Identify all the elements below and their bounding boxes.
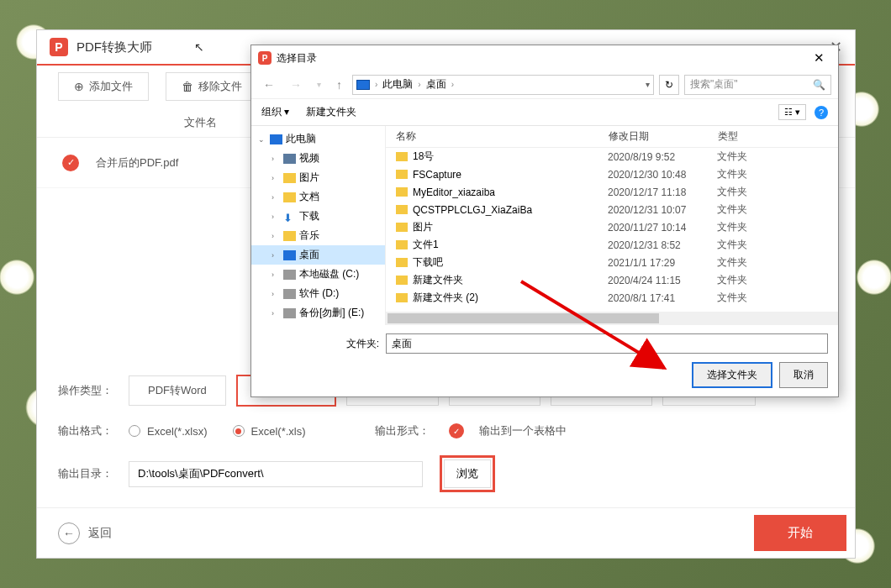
tree-expand-icon[interactable]: › [272, 155, 280, 163]
tree-item[interactable]: ›⬇下载 [251, 207, 385, 226]
tree-expand-icon[interactable]: › [272, 193, 280, 202]
file-list: 名称 修改日期 类型 18号2020/8/19 9:52文件夹FSCapture… [386, 126, 838, 325]
radio-xlsx[interactable]: Excel(*.xlsx) [129, 425, 208, 438]
cursor-icon: ↖ [194, 40, 204, 54]
help-icon[interactable]: ? [815, 106, 828, 119]
file-type: 文件夹 [717, 255, 747, 270]
radio-icon [233, 425, 245, 437]
search-input[interactable]: 搜索"桌面" 🔍 [684, 75, 831, 95]
tree-item[interactable]: ›文档 [251, 187, 385, 207]
tree-expand-icon[interactable]: › [272, 309, 280, 318]
folder-icon [396, 152, 408, 161]
tree-expand-icon[interactable]: ⌄ [258, 135, 266, 144]
dialog-close-icon[interactable]: ✕ [807, 49, 831, 67]
tree-label: 备份[勿删] (E:) [299, 306, 364, 320]
footer: ← 返回 开始 [37, 507, 855, 558]
chevron-right-icon: › [416, 80, 422, 89]
folder-icon [396, 187, 408, 197]
dialog-title: 选择目录 [277, 51, 317, 66]
col-type[interactable]: 类型 [718, 129, 838, 144]
folder-field-input[interactable] [386, 333, 828, 354]
list-row[interactable]: 图片2020/11/27 10:14文件夹 [386, 218, 838, 236]
dialog-bottom: 文件夹: 选择文件夹 取消 [251, 325, 838, 396]
tree-item[interactable]: ›音乐 [251, 226, 385, 245]
file-name: 新建文件夹 [413, 273, 608, 287]
file-name: 新建文件夹 (2) [413, 291, 608, 305]
nav-forward-icon[interactable]: → [285, 75, 307, 95]
list-row[interactable]: 新建文件夹2020/4/24 11:15文件夹 [386, 271, 838, 289]
add-file-button[interactable]: ⊕添加文件 [58, 72, 149, 101]
tree-expand-icon[interactable]: › [272, 174, 280, 182]
remove-file-button[interactable]: 🗑移除文件 [166, 72, 258, 101]
tree-item[interactable]: ›本地磁盘 (C:) [251, 265, 385, 284]
file-date: 2020/12/31 10:07 [608, 204, 717, 216]
breadcrumb-part[interactable]: 此电脑 [382, 77, 413, 92]
file-name: 文件1 [413, 238, 608, 252]
nav-back-icon[interactable]: ← [258, 75, 280, 95]
list-row[interactable]: FSCapture2020/12/30 10:48文件夹 [386, 165, 838, 183]
dialog-titlebar: P 选择目录 ✕ [251, 45, 838, 71]
select-folder-button[interactable]: 选择文件夹 [692, 362, 772, 388]
tree-item[interactable]: ›视频 [251, 149, 385, 168]
folder-dialog: P 选择目录 ✕ ← → ▾ ↑ › 此电脑 › 桌面 › ▾ ↻ 搜索"桌面"… [250, 45, 839, 397]
tree-label: 此电脑 [286, 132, 316, 146]
tree-expand-icon[interactable]: › [272, 232, 280, 240]
list-row[interactable]: QCSTPPLCLGJ_XiaZaiBa2020/12/31 10:07文件夹 [386, 201, 838, 218]
file-date: 2020/8/19 9:52 [608, 151, 717, 163]
tree-item[interactable]: ›图片 [251, 168, 385, 187]
tree-item[interactable]: ›软件 (D:) [251, 284, 385, 303]
file-type: 文件夹 [717, 150, 747, 164]
list-row[interactable]: 下载吧2021/1/1 17:29文件夹 [386, 254, 838, 271]
tree-item[interactable]: ›桌面 [251, 245, 385, 265]
chevron-down-icon[interactable]: ▾ [646, 80, 650, 89]
view-mode-button[interactable]: ☷ ▾ [778, 104, 806, 120]
tree-item[interactable]: ›备份[勿删] (E:) [251, 303, 385, 323]
tree-label: 视频 [299, 151, 319, 165]
tree-item[interactable]: ⌄此电脑 [251, 129, 385, 149]
file-date: 2020/12/30 10:48 [608, 169, 717, 181]
op-pdf-word[interactable]: PDF转Word [129, 375, 226, 406]
organize-menu[interactable]: 组织 ▾ [261, 105, 289, 119]
col-date[interactable]: 修改日期 [609, 129, 718, 144]
list-row[interactable]: 18号2020/8/19 9:52文件夹 [386, 148, 838, 165]
browse-highlight: 浏览 [440, 455, 495, 492]
folder-icon [396, 293, 408, 302]
start-button[interactable]: 开始 [754, 515, 846, 551]
folder-icon [396, 258, 408, 267]
tree-expand-icon[interactable]: › [272, 290, 280, 298]
back-button[interactable]: ← 返回 [58, 522, 112, 544]
folder-icon [396, 276, 408, 285]
back-label: 返回 [88, 526, 112, 541]
breadcrumb-part[interactable]: 桌面 [426, 77, 446, 92]
refresh-icon[interactable]: ↻ [659, 75, 679, 95]
dialog-body: ⌄此电脑›视频›图片›文档›⬇下载›音乐›桌面›本地磁盘 (C:)›软件 (D:… [251, 126, 838, 325]
tree-expand-icon[interactable]: › [272, 270, 280, 279]
file-name: 合并后的PDF.pdf [96, 155, 178, 171]
file-type: 文件夹 [717, 167, 747, 181]
nav-recent-icon[interactable]: ▾ [312, 76, 326, 92]
radio-xls[interactable]: Excel(*.xls) [233, 425, 306, 438]
nav-up-icon[interactable]: ↑ [331, 75, 347, 95]
check-icon: ✓ [449, 423, 464, 438]
radio-icon [129, 425, 140, 437]
folder-icon [396, 170, 408, 179]
col-name[interactable]: 名称 [386, 129, 609, 144]
folder-icon [396, 240, 408, 249]
dialog-toolbar: 组织 ▾ 新建文件夹 ☷ ▾ ? [251, 99, 838, 126]
file-name: FSCapture [413, 169, 608, 181]
tree-expand-icon[interactable]: › [272, 251, 280, 260]
address-bar[interactable]: › 此电脑 › 桌面 › ▾ [352, 75, 654, 95]
tree-expand-icon[interactable]: › [272, 213, 280, 221]
cancel-button[interactable]: 取消 [779, 362, 828, 388]
file-name: 图片 [413, 220, 608, 234]
chevron-right-icon: › [450, 80, 456, 89]
file-type: 文件夹 [717, 273, 747, 287]
file-date: 2020/11/27 10:14 [608, 222, 717, 234]
list-row[interactable]: MyEditor_xiazaiba2020/12/17 11:18文件夹 [386, 183, 838, 201]
horizontal-scrollbar[interactable] [386, 312, 838, 325]
list-row[interactable]: 新建文件夹 (2)2020/8/1 17:41文件夹 [386, 289, 838, 307]
list-row[interactable]: 文件12020/12/31 8:52文件夹 [386, 236, 838, 254]
new-folder-button[interactable]: 新建文件夹 [306, 105, 356, 119]
browse-button[interactable]: 浏览 [444, 459, 491, 488]
output-dir-input[interactable] [129, 461, 423, 487]
